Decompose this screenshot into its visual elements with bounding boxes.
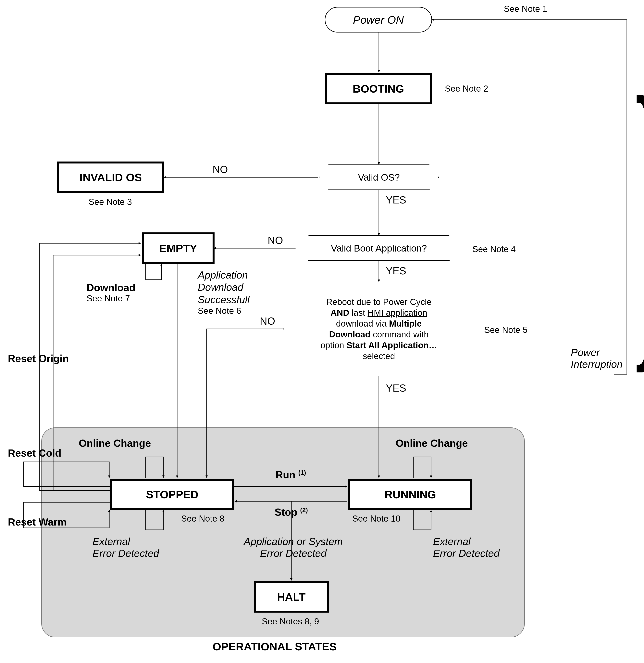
label-run-sup: (1) [298, 469, 306, 476]
label-see-note-1: See Note 1 [504, 4, 547, 14]
label-valid-os-yes: YES [386, 194, 406, 206]
node-halt-label: HALT [277, 591, 305, 603]
pc-l3b: Multiple [389, 319, 421, 328]
label-see-note-3: See Note 3 [89, 197, 132, 207]
label-online-change-running: Online Change [396, 437, 468, 449]
decision-valid-os: Valid OS? [319, 164, 439, 190]
pc-l2b: last [349, 308, 368, 317]
decision-power-cycle-text: Reboot due to Power Cycle AND last HMI a… [320, 296, 437, 361]
label-see-note-4: See Note 4 [473, 244, 516, 254]
label-app-sys-err-l2: Error Detected [242, 548, 344, 559]
label-download: Download See Note 7 [87, 282, 135, 303]
node-halt: HALT [254, 581, 329, 613]
label-see-note-8: See Note 8 [181, 514, 224, 524]
node-running: RUNNING [348, 479, 473, 510]
label-see-note-5: See Note 5 [484, 325, 528, 335]
decision-valid-boot-app: Valid Boot Application? [295, 235, 462, 261]
label-see-note-7: See Note 7 [87, 293, 135, 303]
label-ext-err-running-l1: External [433, 536, 500, 548]
decision-valid-boot-app-label: Valid Boot Application? [331, 243, 427, 254]
label-ext-err-stopped-l1: External [92, 536, 159, 548]
label-see-note-6: See Note 6 [198, 306, 250, 316]
node-power-on: Power ON [325, 7, 432, 32]
label-see-note-10: See Note 10 [352, 514, 400, 524]
pc-l4b: command with [370, 330, 429, 339]
label-app-dl-ok-l2: Download [198, 281, 250, 293]
node-booting-label: BOOTING [353, 82, 404, 95]
label-power-interruption: Power Interruption [571, 347, 623, 370]
label-app-dl-ok: Application Download Successfull See Not… [198, 269, 250, 316]
node-booting: BOOTING [325, 73, 432, 104]
label-reset-warm: Reset Warm [8, 516, 67, 528]
label-power-interruption-l1: Power [571, 347, 623, 358]
decision-power-cycle: Reboot due to Power Cycle AND last HMI a… [283, 282, 474, 376]
label-run: Run (1) [276, 469, 306, 481]
label-operational-states: OPERATIONAL STATES [212, 640, 337, 653]
label-ext-err-running: External Error Detected [433, 536, 500, 559]
label-see-note-2: See Note 2 [445, 84, 488, 93]
label-app-sys-err: Application or System Error Detected [242, 536, 344, 559]
label-stop: Stop (2) [275, 506, 308, 518]
label-see-notes-8-9: See Notes 8, 9 [262, 617, 319, 626]
node-power-on-label: Power ON [353, 14, 404, 26]
label-app-sys-err-l1: Application or System [242, 536, 344, 548]
label-reset-origin: Reset Origin [8, 353, 69, 364]
pc-l4a: Download [329, 330, 370, 339]
label-valid-app-yes: YES [386, 265, 406, 277]
label-pc-yes: YES [386, 382, 406, 394]
label-valid-app-no: NO [268, 235, 283, 246]
pc-l2c: HMI application [367, 308, 427, 317]
label-app-dl-ok-l3: Successfull [198, 293, 250, 306]
node-empty-label: EMPTY [159, 242, 197, 255]
node-empty: EMPTY [142, 233, 214, 264]
label-ext-err-running-l2: Error Detected [433, 548, 500, 559]
label-download-text: Download [87, 282, 135, 293]
label-power-interruption-l2: Interruption [571, 358, 623, 370]
label-reset-cold: Reset Cold [8, 447, 62, 459]
node-running-label: RUNNING [385, 488, 436, 501]
pc-l3a: download via [336, 319, 389, 328]
decision-valid-os-label: Valid OS? [358, 172, 400, 183]
label-stop-text: Stop [275, 506, 297, 518]
pc-l2a: AND [330, 308, 349, 317]
label-ext-err-stopped-l2: Error Detected [92, 548, 159, 559]
pc-l6: selected [363, 351, 395, 361]
label-ext-err-stopped: External Error Detected [92, 536, 159, 559]
label-pc-no: NO [260, 315, 275, 327]
label-app-dl-ok-l1: Application [198, 269, 250, 281]
node-invalid-os: INVALID OS [57, 161, 164, 193]
pc-l5b: Start All Application… [346, 340, 437, 350]
label-stop-sup: (2) [300, 506, 308, 513]
pc-l1: Reboot due to Power Cycle [326, 297, 432, 307]
pc-l5a: option [320, 340, 346, 350]
state-diagram-canvas: } [0, 0, 644, 663]
node-invalid-os-label: INVALID OS [79, 171, 142, 184]
node-stopped-label: STOPPED [146, 488, 199, 501]
label-run-text: Run [276, 469, 295, 480]
label-valid-os-no: NO [212, 163, 228, 175]
label-online-change-stopped: Online Change [79, 437, 151, 449]
node-stopped: STOPPED [110, 479, 234, 510]
